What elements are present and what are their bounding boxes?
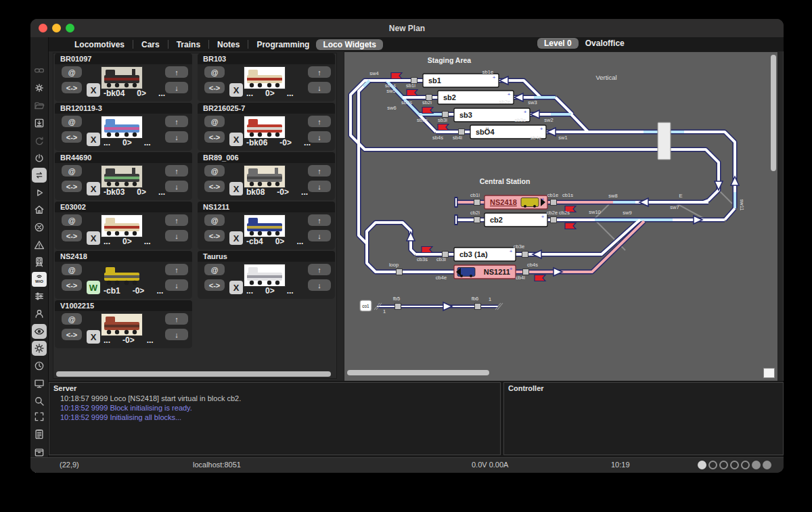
swap-direction-button[interactable]: <-> [62, 181, 82, 192]
folder-icon[interactable] [32, 98, 47, 113]
power-icon[interactable] [32, 151, 47, 166]
assign-button[interactable]: @ [204, 116, 225, 127]
feedback-sensor[interactable] [522, 252, 528, 258]
stop-toggle[interactable]: X [87, 330, 100, 344]
speed-down-button[interactable]: ↓ [165, 279, 188, 291]
speed-up-button[interactable]: ↑ [165, 264, 188, 275]
swap-direction-button[interactable]: <-> [62, 82, 82, 93]
speed-down-button[interactable]: ↓ [165, 181, 188, 192]
train-icon[interactable] [32, 254, 47, 269]
stop-toggle[interactable]: X [229, 231, 243, 245]
stop-toggle[interactable]: X [87, 182, 100, 195]
speed-down-button[interactable]: ↓ [308, 131, 331, 143]
tab-loco-widgets[interactable]: Loco Widgets [316, 39, 383, 50]
save-icon[interactable] [32, 116, 47, 131]
swap-direction-button[interactable]: <-> [62, 279, 82, 291]
speed-down-button[interactable]: ↓ [165, 131, 188, 143]
sliders-icon[interactable] [32, 289, 47, 304]
speed-up-button[interactable]: ↑ [308, 264, 331, 275]
speed-up-button[interactable]: ↑ [165, 214, 188, 226]
speed-up-button[interactable]: ↑ [308, 214, 331, 226]
signal-flag[interactable] [422, 108, 433, 114]
plan-horizontal-scrollbar[interactable] [347, 370, 489, 375]
feedback-sensor[interactable] [474, 217, 480, 223]
swap-direction-button[interactable]: <-> [204, 82, 225, 93]
status-dot[interactable] [752, 461, 761, 469]
stop-toggle[interactable]: X [229, 83, 243, 97]
warning-icon[interactable] [32, 237, 47, 252]
stop-icon[interactable] [32, 220, 47, 235]
clock-icon[interactable] [32, 358, 47, 373]
signal-flag[interactable] [565, 223, 576, 229]
status-dot[interactable] [719, 461, 728, 469]
eye-icon[interactable] [32, 324, 47, 339]
signal-flag[interactable] [535, 275, 545, 281]
signal-flag[interactable] [422, 247, 432, 253]
speed-down-button[interactable]: ↓ [308, 82, 331, 93]
signal-flag[interactable] [407, 90, 418, 96]
speed-down-button[interactable]: ↓ [165, 230, 188, 241]
stop-toggle[interactable]: X [87, 231, 100, 245]
block-cb3 (1a)[interactable]: cb3 (1a)+ [454, 248, 516, 261]
lift-rectangle[interactable] [658, 122, 671, 160]
speed-down-button[interactable]: ↓ [165, 329, 188, 340]
feedback-sensor[interactable] [551, 200, 557, 206]
feedback-sensor[interactable] [474, 200, 480, 206]
feedback-sensor[interactable] [551, 217, 557, 223]
status-dot[interactable] [763, 461, 771, 469]
tab-cars[interactable]: Cars [135, 39, 166, 50]
block-cb2[interactable]: cb2+ [484, 213, 547, 227]
speed-down-button[interactable]: ↓ [308, 230, 331, 241]
zoom-button[interactable] [66, 24, 74, 32]
tab-trains[interactable]: Trains [170, 39, 207, 50]
assign-button[interactable]: @ [62, 214, 82, 226]
tab-locomotives[interactable]: Locomotives [68, 39, 131, 50]
status-dot[interactable] [730, 461, 739, 469]
stop-toggle[interactable]: X [87, 133, 100, 146]
expand-icon[interactable] [32, 409, 47, 424]
track-plan[interactable]: sb1+sb2+sb3+sbÖ4+NS2418+cb2+cb3 (1a)+NS1… [346, 53, 769, 371]
user-icon[interactable] [32, 306, 47, 321]
clipboard-icon[interactable] [32, 427, 47, 442]
plan-resize-handle[interactable] [763, 368, 775, 378]
status-dot[interactable] [708, 461, 717, 469]
block-NS1211[interactable]: NS1211+ [454, 265, 516, 279]
assign-button[interactable]: @ [62, 264, 82, 275]
swap-direction-button[interactable]: <-> [204, 131, 225, 143]
speed-down-button[interactable]: ↓ [165, 82, 188, 93]
swap-direction-button[interactable]: <-> [204, 181, 225, 192]
stop-toggle[interactable]: X [229, 133, 243, 146]
signal-flag[interactable] [438, 124, 449, 131]
speed-up-button[interactable]: ↑ [308, 116, 331, 127]
assign-button[interactable]: @ [62, 313, 82, 325]
swap-direction-button[interactable]: <-> [204, 279, 225, 291]
speed-down-button[interactable]: ↓ [308, 181, 331, 192]
assign-button[interactable]: @ [62, 66, 82, 78]
tab-programming[interactable]: Programming [250, 39, 316, 50]
widgets-horizontal-scrollbar[interactable] [56, 371, 331, 377]
wio-icon[interactable]: WiO [32, 272, 47, 287]
play-icon[interactable] [32, 185, 47, 200]
stop-toggle[interactable]: X [229, 281, 243, 294]
monitor-icon[interactable] [32, 376, 47, 391]
status-dot[interactable] [698, 461, 706, 469]
wait-toggle[interactable]: W [87, 281, 100, 294]
swap-direction-button[interactable]: <-> [62, 131, 82, 143]
feedback-sensor[interactable] [397, 269, 403, 275]
speed-up-button[interactable]: ↑ [165, 313, 188, 325]
block-sb1[interactable]: sb1+ [423, 74, 499, 87]
block-NS2418[interactable]: NS2418+ [484, 195, 547, 209]
speed-up-button[interactable]: ↑ [308, 66, 331, 78]
assign-button[interactable]: @ [204, 66, 225, 78]
stop-toggle[interactable]: X [87, 83, 100, 97]
close-button[interactable] [39, 24, 47, 32]
auto-loop-icon[interactable] [32, 168, 47, 183]
speed-up-button[interactable]: ↑ [165, 66, 188, 78]
signal-flag[interactable] [391, 73, 402, 79]
speed-down-button[interactable]: ↓ [308, 279, 331, 291]
redo-icon[interactable] [32, 133, 47, 148]
assign-button[interactable]: @ [204, 165, 225, 177]
minimize-button[interactable] [52, 24, 61, 32]
assign-button[interactable]: @ [62, 116, 82, 127]
swap-direction-button[interactable]: <-> [204, 230, 225, 241]
